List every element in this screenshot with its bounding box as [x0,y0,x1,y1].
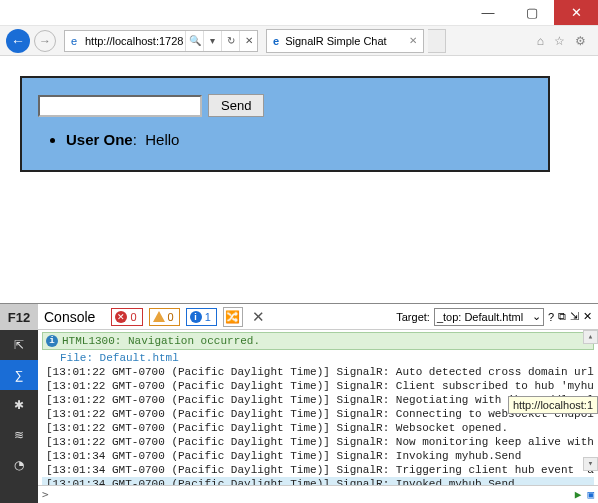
tools-icon[interactable]: ⚙ [575,34,586,48]
target-select[interactable]: _top: Default.html⌄ [434,308,544,326]
devtools-panel: F12 ⇱ ∑ ✱ ≋ ◔ Console ✕0 0 i1 🔀 ✕ Target… [0,303,598,503]
window-minimize-button[interactable]: — [466,0,510,25]
console-nav-header: i HTML1300: Navigation occurred. [42,332,594,350]
devtools-title: Console [44,309,95,325]
run-script-button[interactable]: ▶ [575,488,582,501]
devtools-main: Console ✕0 0 i1 🔀 ✕ Target: _top: Defaul… [38,304,598,503]
favorites-icon[interactable]: ☆ [554,34,565,48]
console-nav-msg: HTML1300: Navigation occurred. [62,334,260,348]
console-log-line: [13:01:22 GMT-0700 (Pacific Daylight Tim… [42,379,594,393]
unpin-button[interactable]: ⇲ [570,310,579,323]
forward-button[interactable]: → [34,30,56,52]
toolbar-extra-icon[interactable]: 🔀 [223,307,243,327]
address-bar: e 🔍 ▾ ↻ ✕ [64,30,258,52]
console-prompt: > [42,488,49,501]
devtools-tab-network[interactable]: ✱ [0,390,38,420]
refresh-button[interactable]: ↻ [221,31,239,51]
window-close-button[interactable]: ✕ [554,0,598,25]
info-icon: i [46,335,58,347]
popin-button[interactable]: ⧉ [558,310,566,323]
f12-label: F12 [0,304,38,330]
error-filter-badge[interactable]: ✕0 [111,308,142,326]
console-log-line: [13:01:34 GMT-0700 (Pacific Daylight Tim… [42,449,594,463]
console-log-area[interactable]: ▴ i HTML1300: Navigation occurred. File:… [38,330,598,485]
scroll-down-button[interactable]: ▾ [583,457,598,471]
devtools-sidebar: F12 ⇱ ∑ ✱ ≋ ◔ [0,304,38,503]
console-input-bar: > ▶ ▣ [38,485,598,503]
message-item: User One: Hello [66,131,532,148]
devtools-tab-console[interactable]: ∑ [0,360,38,390]
hover-tooltip: http://localhost:1 [508,396,598,414]
message-sender-name: User One [66,131,133,148]
browser-tab[interactable]: e SignalR Simple Chat ✕ [266,29,424,53]
ie-icon: e [65,35,83,47]
console-log-line: [13:01:22 GMT-0700 (Pacific Daylight Tim… [42,435,594,449]
devtools-tab-emulation[interactable]: ≋ [0,420,38,450]
help-button[interactable]: ? [548,311,554,323]
home-icon[interactable]: ⌂ [537,34,544,48]
devtools-close-button[interactable]: ✕ [583,310,592,323]
console-log-line-highlighted: [13:01:34 GMT-0700 (Pacific Daylight Tim… [42,477,594,485]
info-filter-badge[interactable]: i1 [186,308,217,326]
url-input[interactable] [83,34,185,48]
tab-title: SignalR Simple Chat [285,35,387,47]
back-button[interactable]: ← [6,29,30,53]
new-tab-button[interactable] [428,29,446,53]
message-input[interactable] [38,95,202,117]
tab-close-button[interactable]: ✕ [409,35,417,46]
chat-panel: Send User One: Hello [20,76,550,172]
warning-filter-badge[interactable]: 0 [149,308,180,326]
tab-favicon-icon: e [273,35,279,47]
devtools-tab-profiler[interactable]: ◔ [0,450,38,480]
target-label: Target: [396,311,430,323]
message-list: User One: Hello [66,131,532,148]
console-file-link[interactable]: File: Default.html [42,351,594,365]
window-titlebar: — ▢ ✕ [0,0,598,26]
clear-console-button[interactable]: ✕ [249,307,269,327]
url-dropdown-button[interactable]: ▾ [203,31,221,51]
window-maximize-button[interactable]: ▢ [510,0,554,25]
devtools-toolbar: Console ✕0 0 i1 🔀 ✕ Target: _top: Defaul… [38,304,598,330]
devtools-tab-dom[interactable]: ⇱ [0,330,38,360]
multiline-toggle-button[interactable]: ▣ [587,488,594,501]
console-log-line: [13:01:22 GMT-0700 (Pacific Daylight Tim… [42,365,594,379]
page-content: Send User One: Hello [0,56,598,302]
scroll-up-button[interactable]: ▴ [583,330,598,344]
console-log-line: [13:01:22 GMT-0700 (Pacific Daylight Tim… [42,421,594,435]
console-log-line: [13:01:34 GMT-0700 (Pacific Daylight Tim… [42,463,594,477]
stop-button[interactable]: ✕ [239,31,257,51]
search-dropdown-button[interactable]: 🔍 [185,31,203,51]
send-button[interactable]: Send [208,94,264,117]
message-text: Hello [145,131,179,148]
browser-navbar: ← → e 🔍 ▾ ↻ ✕ e SignalR Simple Chat ✕ ⌂ … [0,26,598,56]
